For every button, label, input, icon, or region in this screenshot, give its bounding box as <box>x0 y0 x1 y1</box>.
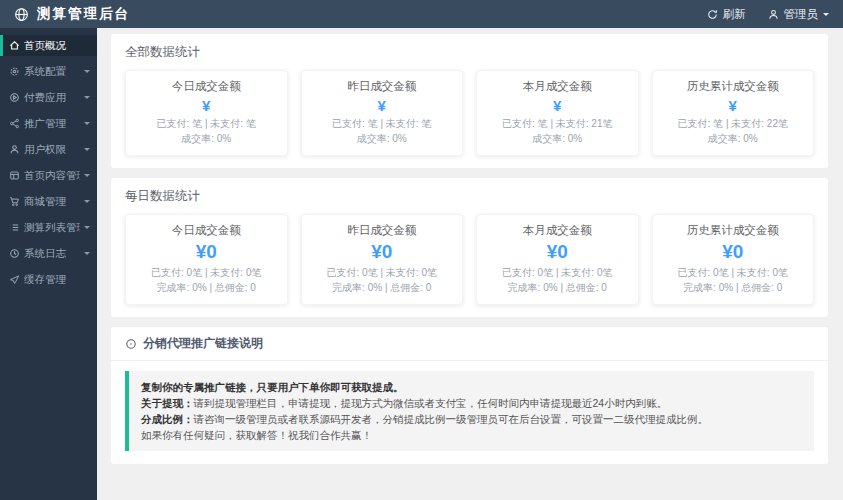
sidebar: 首页概况 系统配置 付费应用 推广管理 <box>0 28 97 500</box>
sidebar-item-label: 系统日志 <box>24 247 80 261</box>
refresh-icon <box>707 9 718 20</box>
sidebar-item-label: 推广管理 <box>24 117 80 131</box>
card-amount: ¥0 <box>306 241 459 263</box>
stat-card-yesterday: 昨日成交金额 ¥ 已支付: 笔 | 未支付: 笔 成交率: 0% <box>301 70 464 156</box>
card-meta-rate: 成交率: 0% <box>130 131 283 146</box>
sidebar-item-system-logs[interactable]: 系统日志 <box>0 243 97 264</box>
notice-box: 复制你的专属推广链接，只要用户下单你即可获取提成。 关于提现：请到提现管理栏目，… <box>125 371 814 451</box>
top-header: 测算管理后台 刷新 管理员 <box>0 0 843 28</box>
app-title: 测算管理后台 <box>37 5 130 23</box>
card-title: 昨日成交金额 <box>306 223 459 238</box>
card-title: 本月成交金额 <box>481 79 634 94</box>
sidebar-item-paid-apps[interactable]: 付费应用 <box>0 87 97 108</box>
card-meta-paid: 已支付: 0笔 | 未支付: 0笔 <box>657 265 810 280</box>
info-circle-icon <box>125 338 137 350</box>
card-title: 本月成交金额 <box>481 223 634 238</box>
gear-icon <box>9 66 20 77</box>
card-title: 今日成交金额 <box>130 223 283 238</box>
card-amount: ¥ <box>130 97 283 114</box>
card-meta-paid: 已支付: 笔 | 未支付: 21笔 <box>481 116 634 131</box>
section-title: 每日数据统计 <box>125 188 814 205</box>
chevron-down-icon <box>84 252 90 258</box>
card-meta-paid: 已支付: 笔 | 未支付: 笔 <box>130 116 283 131</box>
stat-card-month: 本月成交金额 ¥ 已支付: 笔 | 未支付: 21笔 成交率: 0% <box>476 70 639 156</box>
card-amount: ¥0 <box>481 241 634 263</box>
card-meta-rate: 成交率: 0% <box>481 131 634 146</box>
paid-app-icon <box>9 92 20 103</box>
sidebar-item-label: 用户权限 <box>24 143 80 157</box>
stat-card-month: 本月成交金额 ¥0 已支付: 0笔 | 未支付: 0笔 完成率: 0% | 总佣… <box>476 214 639 305</box>
main-content: 全部数据统计 今日成交金额 ¥ 已支付: 笔 | 未支付: 笔 成交率: 0% … <box>97 28 843 500</box>
card-meta-rate: 成交率: 0% <box>306 131 459 146</box>
card-meta-rate: 完成率: 0% | 总佣金: 0 <box>657 280 810 295</box>
user-icon <box>9 144 20 155</box>
card-amount: ¥ <box>481 97 634 114</box>
list-icon <box>9 222 20 233</box>
chevron-down-icon <box>84 200 90 206</box>
chevron-down-icon <box>84 148 90 154</box>
sidebar-item-system-config[interactable]: 系统配置 <box>0 61 97 82</box>
chevron-down-icon <box>84 174 90 180</box>
card-meta-paid: 已支付: 0笔 | 未支付: 0笔 <box>130 265 283 280</box>
sidebar-item-label: 首页概况 <box>24 39 90 53</box>
sidebar-item-promotion[interactable]: 推广管理 <box>0 113 97 134</box>
card-meta-paid: 已支付: 0笔 | 未支付: 0笔 <box>481 265 634 280</box>
card-amount: ¥0 <box>657 241 810 263</box>
sidebar-item-home-content[interactable]: 首页内容管理 <box>0 165 97 186</box>
sidebar-item-mall[interactable]: 商城管理 <box>0 191 97 212</box>
stat-card-today: 今日成交金额 ¥ 已支付: 笔 | 未支付: 笔 成交率: 0% <box>125 70 288 156</box>
card-title: 历史累计成交金额 <box>657 223 810 238</box>
card-meta-rate: 完成率: 0% | 总佣金: 0 <box>481 280 634 295</box>
section-promotion-notice: 分销代理推广链接说明 复制你的专属推广链接，只要用户下单你即可获取提成。 关于提… <box>111 327 828 464</box>
brand: 测算管理后台 <box>14 5 130 23</box>
stat-card-history: 历史累计成交金额 ¥ 已支付: 笔 | 未支付: 22笔 成交率: 0% <box>652 70 815 156</box>
sidebar-item-label: 商城管理 <box>24 195 80 209</box>
admin-label: 管理员 <box>784 7 819 22</box>
card-amount: ¥0 <box>130 241 283 263</box>
card-meta-paid: 已支付: 笔 | 未支付: 22笔 <box>657 116 810 131</box>
card-meta-rate: 完成率: 0% | 总佣金: 0 <box>306 280 459 295</box>
sidebar-item-calc-list[interactable]: 测算列表管理 <box>0 217 97 238</box>
chevron-down-icon <box>84 226 90 232</box>
chevron-down-icon <box>823 13 829 19</box>
card-amount: ¥ <box>657 97 810 114</box>
notice-title: 分销代理推广链接说明 <box>143 335 263 352</box>
card-meta-paid: 已支付: 笔 | 未支付: 笔 <box>306 116 459 131</box>
card-meta-rate: 完成率: 0% | 总佣金: 0 <box>130 280 283 295</box>
sidebar-item-label: 付费应用 <box>24 91 80 105</box>
card-title: 历史累计成交金额 <box>657 79 810 94</box>
card-amount: ¥ <box>306 97 459 114</box>
sidebar-item-label: 系统配置 <box>24 65 80 79</box>
card-meta-rate: 成交率: 0% <box>657 131 810 146</box>
home-icon <box>9 40 20 51</box>
chevron-down-icon <box>84 122 90 128</box>
notice-line: 如果你有任何疑问，获取解答！祝我们合作共赢！ <box>141 427 802 443</box>
card-meta-paid: 已支付: 0笔 | 未支付: 0笔 <box>306 265 459 280</box>
card-title: 今日成交金额 <box>130 79 283 94</box>
refresh-button[interactable]: 刷新 <box>707 7 746 22</box>
send-icon <box>9 274 20 285</box>
share-icon <box>9 118 20 129</box>
stat-card-yesterday: 昨日成交金额 ¥0 已支付: 0笔 | 未支付: 0笔 完成率: 0% | 总佣… <box>301 214 464 305</box>
sidebar-item-label: 首页内容管理 <box>24 169 80 183</box>
layout-icon <box>9 170 20 181</box>
clock-icon <box>9 248 20 259</box>
sidebar-item-cache[interactable]: 缓存管理 <box>0 269 97 290</box>
stat-card-today: 今日成交金额 ¥0 已支付: 0笔 | 未支付: 0笔 完成率: 0% | 总佣… <box>125 214 288 305</box>
notice-line: 关于提现：请到提现管理栏目，申请提现，提现方式为微信或者支付宝，任何时间内申请提… <box>141 395 802 411</box>
sidebar-item-home-overview[interactable]: 首页概况 <box>0 35 97 56</box>
section-daily-stats: 每日数据统计 今日成交金额 ¥0 已支付: 0笔 | 未支付: 0笔 完成率: … <box>111 178 828 317</box>
globe-logo-icon <box>14 7 29 22</box>
sidebar-item-user-permissions[interactable]: 用户权限 <box>0 139 97 160</box>
notice-line: 复制你的专属推广链接，只要用户下单你即可获取提成。 <box>141 379 802 395</box>
user-icon <box>768 9 779 20</box>
chevron-down-icon <box>84 70 90 76</box>
chevron-down-icon <box>84 96 90 102</box>
admin-menu[interactable]: 管理员 <box>768 7 830 22</box>
section-all-stats: 全部数据统计 今日成交金额 ¥ 已支付: 笔 | 未支付: 笔 成交率: 0% … <box>111 34 828 168</box>
card-title: 昨日成交金额 <box>306 79 459 94</box>
refresh-label: 刷新 <box>723 7 746 22</box>
cart-icon <box>9 196 20 207</box>
sidebar-item-label: 测算列表管理 <box>24 221 80 235</box>
section-title: 全部数据统计 <box>125 44 814 61</box>
